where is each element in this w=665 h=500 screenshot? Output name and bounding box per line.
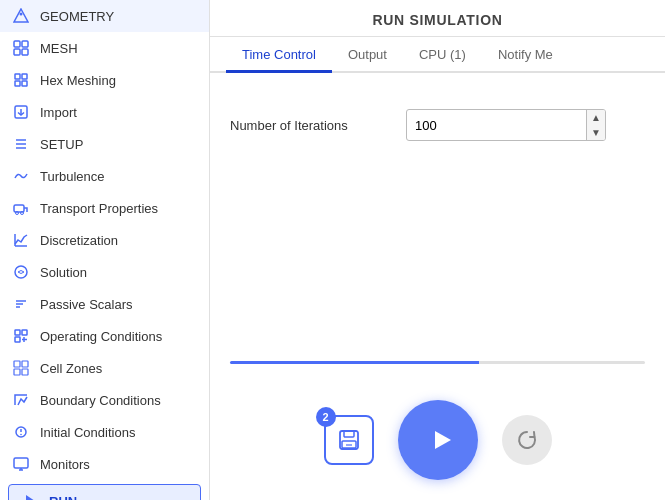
stepper-down-button[interactable]: ▼ [587,125,605,140]
svg-marker-39 [26,495,35,500]
sidebar-item-transport[interactable]: Transport Properties [0,192,209,224]
sidebar-item-label: SETUP [40,137,83,152]
sidebar-item-passive-scalars[interactable]: Passive Scalars [0,288,209,320]
content-area: Number of Iterations ▲ ▼ 2 [210,73,665,500]
reset-icon [515,428,539,452]
sidebar-item-label: Passive Scalars [40,297,132,312]
num-iterations-row: Number of Iterations ▲ ▼ [230,109,645,141]
svg-rect-26 [15,337,20,342]
svg-rect-30 [22,361,28,367]
sidebar-item-solution[interactable]: Solution [0,256,209,288]
tab-bar: Time Control Output CPU (1) Notify Me [210,37,665,73]
sidebar-item-label: GEOMETRY [40,9,114,24]
operating-conditions-icon [12,327,30,345]
boundary-conditions-icon [12,391,30,409]
sidebar-item-monitors[interactable]: Monitors [0,448,209,480]
sidebar-item-label: Monitors [40,457,90,472]
svg-rect-5 [22,49,28,55]
svg-marker-44 [435,431,451,449]
num-iterations-input[interactable] [407,113,586,138]
solution-icon [12,263,30,281]
sidebar-item-import[interactable]: Import [0,96,209,128]
svg-rect-4 [14,49,20,55]
sidebar-item-label: MESH [40,41,78,56]
badge-2: 2 [316,407,336,427]
import-icon [12,103,30,121]
progress-line [230,361,645,364]
sidebar-item-turbulence[interactable]: Turbulence [0,160,209,192]
sidebar-item-cell-zones[interactable]: Cell Zones [0,352,209,384]
sidebar-item-discretization[interactable]: Discretization [0,224,209,256]
svg-point-35 [20,434,22,436]
hex-meshing-icon [12,71,30,89]
sidebar: GEOMETRY MESH Hex Meshing [0,0,210,500]
cell-zones-icon [12,359,30,377]
tab-output[interactable]: Output [332,37,403,73]
svg-rect-36 [14,458,28,468]
svg-rect-2 [14,41,20,47]
svg-rect-7 [22,74,27,79]
geometry-icon [12,7,30,25]
sidebar-item-label: Turbulence [40,169,105,184]
sidebar-item-geometry[interactable]: GEOMETRY [0,0,209,32]
sidebar-item-run[interactable]: RUN 1 [8,484,201,500]
tab-time-control[interactable]: Time Control [226,37,332,73]
discretization-icon [12,231,30,249]
save-button[interactable]: 2 [324,415,374,465]
run-icon [21,492,39,500]
play-button[interactable] [398,400,478,480]
sidebar-item-label: Import [40,105,77,120]
transport-icon [12,199,30,217]
sidebar-item-label: Cell Zones [40,361,102,376]
svg-point-20 [15,266,27,278]
sidebar-item-mesh[interactable]: MESH [0,32,209,64]
sidebar-item-setup[interactable]: SETUP [0,128,209,160]
svg-rect-3 [22,41,28,47]
num-iterations-input-wrap: ▲ ▼ [406,109,606,141]
sidebar-item-label: Solution [40,265,87,280]
svg-rect-32 [22,369,28,375]
svg-rect-8 [15,81,20,86]
turbulence-icon [12,167,30,185]
svg-rect-31 [14,369,20,375]
svg-point-16 [16,212,19,215]
num-iterations-stepper: ▲ ▼ [586,110,605,140]
svg-rect-15 [14,205,24,212]
sidebar-item-label: Transport Properties [40,201,158,216]
initial-conditions-icon [12,423,30,441]
num-iterations-label: Number of Iterations [230,118,390,133]
tab-notify-me[interactable]: Notify Me [482,37,569,73]
monitors-icon [12,455,30,473]
action-bar: 2 [230,384,645,500]
svg-rect-9 [22,81,27,86]
sidebar-item-label: RUN [49,494,77,501]
tab-cpu[interactable]: CPU (1) [403,37,482,73]
sidebar-item-operating-conditions[interactable]: Operating Conditions [0,320,209,352]
sidebar-item-label: Hex Meshing [40,73,116,88]
svg-rect-29 [14,361,20,367]
svg-rect-6 [15,74,20,79]
sidebar-item-initial-conditions[interactable]: Initial Conditions [0,416,209,448]
sidebar-item-label: Initial Conditions [40,425,135,440]
svg-point-1 [20,13,23,16]
sidebar-item-boundary-conditions[interactable]: Boundary Conditions [0,384,209,416]
save-icon [337,428,361,452]
svg-rect-25 [22,330,27,335]
svg-rect-24 [15,330,20,335]
sidebar-item-hex-meshing[interactable]: Hex Meshing [0,64,209,96]
play-icon [424,424,456,456]
stepper-up-button[interactable]: ▲ [587,110,605,125]
sidebar-item-label: Operating Conditions [40,329,162,344]
sidebar-item-label: Boundary Conditions [40,393,161,408]
main-panel: RUN SIMULATION Time Control Output CPU (… [210,0,665,500]
page-title: RUN SIMULATION [210,0,665,37]
sidebar-item-label: Discretization [40,233,118,248]
passive-scalars-icon [12,295,30,313]
reset-button[interactable] [502,415,552,465]
setup-icon [12,135,30,153]
mesh-icon [12,39,30,57]
svg-point-17 [21,212,24,215]
